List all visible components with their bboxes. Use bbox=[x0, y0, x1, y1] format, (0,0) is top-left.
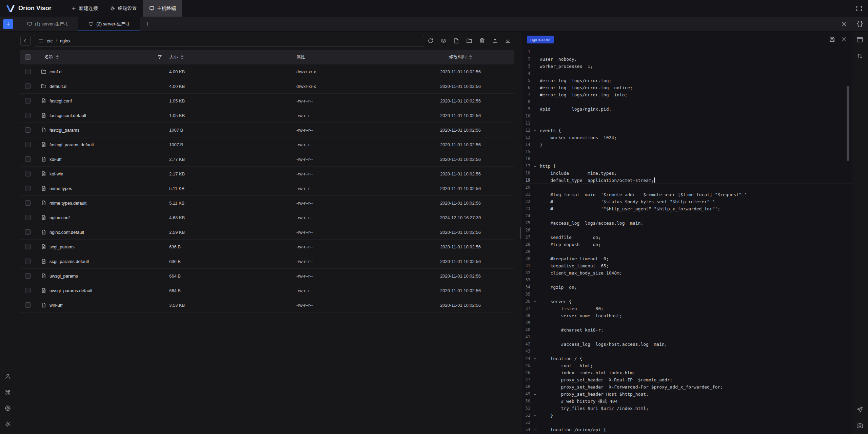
file-row[interactable]: fastcgi_params.default1007 B-rw-r--r--20… bbox=[20, 137, 514, 152]
fullscreen-icon[interactable] bbox=[856, 5, 863, 12]
code-line[interactable]: 15 bbox=[522, 148, 852, 155]
code-line[interactable]: 23 # '"$http_user_agent" "$http_x_forwar… bbox=[522, 205, 852, 212]
file-row[interactable]: uwsgi_params.default664 B-rw-r--r--2020-… bbox=[20, 283, 514, 298]
file-row[interactable]: koi-utf2.77 KB-rw-r--r--2020-11-01 10:02… bbox=[20, 152, 514, 167]
editor-scrollbar[interactable] bbox=[847, 86, 849, 161]
row-checkbox[interactable] bbox=[25, 127, 31, 133]
file-row[interactable]: conf.d4.00 KBdrwxr-xr-x2020-11-01 10:02:… bbox=[20, 64, 514, 79]
file-name[interactable]: default.d bbox=[50, 84, 66, 89]
refresh-icon[interactable] bbox=[428, 38, 434, 44]
delete-icon[interactable] bbox=[479, 38, 485, 44]
select-all-checkbox[interactable] bbox=[25, 54, 31, 60]
row-checkbox[interactable] bbox=[25, 98, 31, 103]
resizer-grip[interactable] bbox=[520, 227, 521, 239]
fold-chevron-icon[interactable] bbox=[530, 391, 540, 398]
row-checkbox[interactable] bbox=[25, 229, 31, 235]
fold-chevron-icon[interactable] bbox=[530, 127, 540, 134]
column-header-size[interactable]: 大小 bbox=[166, 54, 288, 60]
user-icon[interactable] bbox=[5, 373, 11, 379]
file-name[interactable]: fastcgi_params.default bbox=[50, 142, 94, 147]
code-line[interactable]: 31 keepalive_timeout 65; bbox=[522, 262, 852, 269]
file-name[interactable]: conf.d bbox=[50, 69, 61, 74]
row-checkbox[interactable] bbox=[25, 113, 31, 118]
code-line[interactable]: 13 worker_connections 1024; bbox=[522, 134, 852, 141]
file-name[interactable]: uwsgi_params.default bbox=[50, 288, 92, 293]
file-name[interactable]: win-utf bbox=[50, 303, 62, 308]
code-line[interactable]: 38 server_name localhost; bbox=[522, 312, 852, 319]
file-row[interactable]: uwsgi_params664 B-rw-r--r--2020-11-01 10… bbox=[20, 269, 514, 283]
code-line[interactable]: 44 location / { bbox=[522, 355, 852, 362]
code-line[interactable]: 54 location /orion/api { bbox=[522, 426, 852, 433]
row-checkbox[interactable] bbox=[25, 244, 31, 249]
code-line[interactable]: 49 proxy_set_header Host $http_host; bbox=[522, 391, 852, 398]
file-row[interactable]: fastcgi.conf1.05 KB-rw-r--r--2020-11-01 … bbox=[20, 94, 514, 108]
code-line[interactable]: 8 bbox=[522, 98, 852, 106]
panel-resizer[interactable] bbox=[519, 32, 522, 434]
code-line[interactable]: 4 bbox=[522, 70, 852, 77]
sort-mtime-icon[interactable] bbox=[469, 55, 472, 59]
transfer-icon[interactable] bbox=[856, 53, 863, 59]
code-line[interactable]: 33 bbox=[522, 277, 852, 284]
code-braces-icon[interactable] bbox=[856, 20, 864, 27]
row-checkbox[interactable] bbox=[25, 142, 31, 147]
fold-chevron-icon[interactable] bbox=[530, 355, 540, 362]
code-line[interactable]: 10 bbox=[522, 113, 852, 120]
code-line[interactable]: 46 index index.html index.htm; bbox=[522, 369, 852, 376]
code-line[interactable]: 47 proxy_set_header X-Real-IP $remote_ad… bbox=[522, 376, 852, 383]
file-row[interactable]: default.d4.00 KBdrwxr-xr-x2020-11-01 10:… bbox=[20, 79, 514, 94]
row-checkbox[interactable] bbox=[25, 186, 31, 191]
code-line[interactable]: 2#user nobody; bbox=[522, 56, 852, 63]
row-checkbox[interactable] bbox=[25, 171, 31, 176]
keyboard-shortcut-icon[interactable] bbox=[5, 389, 11, 395]
file-name[interactable]: fastcgi.conf.default bbox=[50, 113, 86, 118]
code-line[interactable]: 52 } bbox=[522, 412, 852, 419]
code-editor[interactable]: 12#user nobody;3worker_processes 1;45#er… bbox=[522, 47, 852, 434]
code-line[interactable]: 35 bbox=[522, 291, 852, 298]
file-row[interactable]: win-utf3.53 KB-rw-r--r--2020-11-01 10:02… bbox=[20, 298, 514, 313]
save-icon[interactable] bbox=[829, 36, 835, 42]
code-line[interactable]: 41 bbox=[522, 334, 852, 341]
code-line[interactable]: 30 #keepalive_timeout 0; bbox=[522, 255, 852, 262]
terminal-tab-2[interactable]: (2) server-生产-1 bbox=[78, 17, 140, 31]
file-row[interactable]: fastcgi.conf.default1.05 KB-rw-r--r--202… bbox=[20, 108, 514, 123]
file-row[interactable]: koi-win2.17 KB-rw-r--r--2020-11-01 10:02… bbox=[20, 167, 514, 181]
column-header-mtime[interactable]: 修改时间 bbox=[431, 54, 514, 60]
file-row[interactable]: mime.types.default5.11 KB-rw-r--r--2020-… bbox=[20, 196, 514, 210]
code-line[interactable]: 16 bbox=[522, 155, 852, 163]
file-row[interactable]: nginx.conf.default2.59 KB-rw-r--r--2020-… bbox=[20, 225, 514, 240]
file-name[interactable]: nginx.conf bbox=[50, 215, 70, 220]
row-checkbox[interactable] bbox=[25, 288, 31, 293]
fold-chevron-icon[interactable] bbox=[530, 163, 540, 170]
code-line[interactable]: 28 #tcp_nopush on; bbox=[522, 241, 852, 248]
new-file-icon[interactable] bbox=[453, 38, 459, 44]
code-line[interactable]: 39 bbox=[522, 319, 852, 326]
row-checkbox[interactable] bbox=[25, 302, 31, 308]
file-row[interactable]: scgi_params636 B-rw-r--r--2020-11-01 10:… bbox=[20, 240, 514, 254]
row-checkbox[interactable] bbox=[25, 273, 31, 279]
code-line[interactable]: 20 bbox=[522, 184, 852, 191]
file-row[interactable]: mime.types5.11 KB-rw-r--r--2020-11-01 10… bbox=[20, 181, 514, 196]
editor-close-icon[interactable] bbox=[841, 36, 847, 42]
path-segment[interactable]: nginx bbox=[60, 38, 71, 43]
code-line[interactable]: 36 server { bbox=[522, 298, 852, 305]
display-icon[interactable] bbox=[856, 36, 863, 43]
row-checkbox[interactable] bbox=[25, 156, 31, 162]
file-name[interactable]: nginx.conf.default bbox=[50, 230, 84, 235]
code-line[interactable]: 9#pid logs/nginx.pid; bbox=[522, 106, 852, 113]
file-name[interactable]: koi-utf bbox=[50, 157, 61, 162]
file-name[interactable]: mime.types.default bbox=[50, 201, 86, 206]
file-name[interactable]: uwsgi_params bbox=[50, 273, 78, 279]
new-terminal-button[interactable] bbox=[3, 19, 13, 29]
code-line[interactable]: 26 bbox=[522, 227, 852, 234]
back-button[interactable] bbox=[20, 36, 31, 46]
code-line[interactable]: 42 #access_log logs/host.access.log main… bbox=[522, 341, 852, 348]
code-line[interactable]: 37 listen 80; bbox=[522, 305, 852, 312]
code-line[interactable]: 14} bbox=[522, 141, 852, 148]
download-icon[interactable] bbox=[505, 38, 511, 44]
row-checkbox[interactable] bbox=[25, 69, 31, 74]
fold-chevron-icon[interactable] bbox=[530, 412, 540, 419]
file-name[interactable]: koi-win bbox=[50, 171, 63, 176]
code-line[interactable]: 18 include mime.types; bbox=[522, 170, 852, 177]
code-line[interactable]: 45 root html; bbox=[522, 362, 852, 369]
file-row[interactable]: nginx.conf4.68 KB-rw-r--r--2024-12-10 16… bbox=[20, 210, 514, 225]
